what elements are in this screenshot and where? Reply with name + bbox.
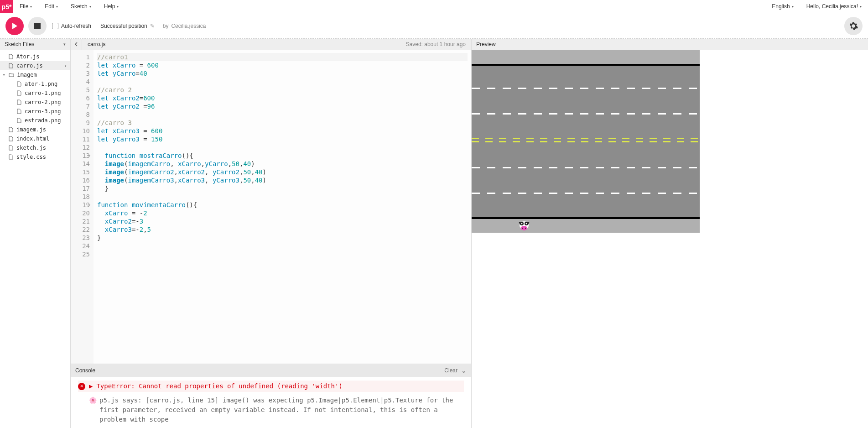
file-name: carro.js: [16, 63, 43, 69]
code-editor[interactable]: 12345678910111213▾141516171819▾202122232…: [71, 50, 471, 364]
code-line[interactable]: image(imagemCarro3,xCarro3, yCarro3,50,4…: [97, 176, 468, 184]
arrow-right-icon[interactable]: ▶: [89, 381, 93, 391]
console-clear-button[interactable]: Clear: [444, 367, 457, 374]
chevron-down-icon: ▾: [30, 5, 32, 9]
chevron-down-icon: ▾: [56, 5, 58, 9]
svg-point-1: [521, 226, 527, 230]
code-line[interactable]: image(imagemCarro2,xCarro2, yCarro2,50,4…: [97, 168, 468, 176]
line-number: 14: [71, 160, 90, 168]
chevron-down-icon[interactable]: ▾: [64, 64, 67, 68]
file-item[interactable]: ator-1.png: [0, 79, 70, 89]
line-number: 10: [71, 127, 90, 135]
fold-icon[interactable]: ▾: [88, 201, 91, 209]
settings-button[interactable]: [844, 17, 863, 35]
svg-point-4: [521, 223, 523, 224]
saved-status: Saved: about 1 hour ago: [400, 41, 471, 47]
file-item[interactable]: carro-2.png: [0, 98, 70, 107]
code-line[interactable]: //carro1: [97, 53, 468, 61]
file-item[interactable]: carro.js▾: [0, 61, 70, 70]
code-line[interactable]: [97, 193, 468, 201]
fold-icon[interactable]: ▾: [88, 151, 91, 160]
file-item[interactable]: style.css: [0, 152, 70, 162]
console-body[interactable]: ✕ ▶ TypeError: Cannot read properties of…: [71, 377, 471, 428]
file-item[interactable]: carro-3.png: [0, 107, 70, 116]
line-number: 1: [71, 53, 90, 61]
code-line[interactable]: }: [97, 184, 468, 193]
menu-edit[interactable]: Edit▾: [38, 0, 64, 13]
sidebar-title: Sketch Files: [5, 41, 34, 47]
p5-logo[interactable]: p5*: [0, 0, 13, 13]
code-line[interactable]: let yCarro2 =96: [97, 102, 468, 110]
line-number: 21: [71, 217, 90, 225]
code-line[interactable]: xCarro2=-3: [97, 217, 468, 225]
sketch-name[interactable]: Successful position: [100, 23, 147, 29]
file-icon: [16, 81, 22, 87]
file-item[interactable]: sketch.js: [0, 143, 70, 152]
code-line[interactable]: function movimentaCarro(){: [97, 201, 468, 209]
file-name: ator-1.png: [25, 81, 57, 87]
sketch-canvas[interactable]: [472, 50, 700, 233]
menu-file[interactable]: File▾: [13, 0, 38, 13]
code-line[interactable]: let xCarro = 600: [97, 61, 468, 69]
by-label: by: [163, 23, 169, 29]
lane-marking: [472, 88, 700, 89]
line-number: 13▾: [71, 151, 90, 160]
chevron-down-icon[interactable]: ▾: [63, 42, 66, 47]
sidebar-header: Sketch Files ▾: [0, 39, 70, 50]
code-line[interactable]: [97, 143, 468, 151]
file-icon: [16, 109, 22, 114]
editor-area: carro.js Saved: about 1 hour ago 1234567…: [71, 39, 471, 428]
play-button[interactable]: [5, 17, 24, 35]
code-line[interactable]: let yCarro3 = 150: [97, 135, 468, 143]
file-item[interactable]: Ator.js: [0, 52, 70, 61]
file-item[interactable]: carro-1.png: [0, 89, 70, 98]
chevron-down-icon: ▾: [860, 5, 862, 9]
menu-sketch[interactable]: Sketch▾: [64, 0, 98, 13]
menu-help[interactable]: Help▾: [98, 0, 125, 13]
code-line[interactable]: let yCarro=40: [97, 69, 468, 78]
code-line[interactable]: //carro 3: [97, 119, 468, 127]
code-line[interactable]: [97, 242, 468, 250]
code-line[interactable]: let xCarro2=600: [97, 94, 468, 102]
author-link[interactable]: Cecilia.jessica: [171, 23, 206, 29]
sidewalk-top: [472, 50, 700, 66]
line-number: 17: [71, 184, 90, 193]
file-item[interactable]: index.html: [0, 134, 70, 143]
checkbox-icon: [52, 23, 58, 29]
code-line[interactable]: //carro 2: [97, 86, 468, 94]
folder-item[interactable]: imagem: [0, 70, 70, 79]
preview-body: [472, 50, 868, 428]
file-name: imagem: [17, 72, 36, 78]
user-dropdown[interactable]: Hello, Cecilia.jessica!▾: [800, 0, 868, 13]
collapse-sidebar-button[interactable]: [71, 39, 82, 50]
language-dropdown[interactable]: English▾: [765, 0, 800, 13]
code-line[interactable]: image(imagemCarro, xCarro,yCarro,50,40): [97, 160, 468, 168]
file-item[interactable]: imagem.js: [0, 125, 70, 134]
play-icon: [11, 22, 18, 30]
main: Sketch Files ▾ Ator.jscarro.js▾imagemato…: [0, 39, 868, 428]
code-line[interactable]: }: [97, 234, 468, 242]
chevron-left-icon: [74, 42, 78, 47]
line-number: 15: [71, 168, 90, 176]
gutter: 12345678910111213▾141516171819▾202122232…: [71, 50, 94, 364]
code-line[interactable]: let xCarro3 = 600: [97, 127, 468, 135]
chevron-down-icon[interactable]: ⌄: [461, 367, 467, 374]
line-number: 20: [71, 209, 90, 217]
svg-point-7: [525, 228, 526, 229]
code-line[interactable]: xCarro = -2: [97, 209, 468, 217]
code-line[interactable]: function mostraCarro(){: [97, 151, 468, 160]
file-name: imagem.js: [16, 126, 46, 133]
code-content[interactable]: //carro1let xCarro = 600let yCarro=40 //…: [94, 50, 471, 364]
gear-icon: [848, 21, 858, 31]
pencil-icon[interactable]: ✎: [150, 23, 155, 29]
code-line[interactable]: [97, 78, 468, 86]
file-name: index.html: [16, 136, 49, 142]
auto-refresh-toggle[interactable]: Auto-refresh: [52, 23, 91, 29]
center-line: [472, 138, 700, 139]
file-item[interactable]: estrada.png: [0, 116, 70, 125]
code-line[interactable]: xCarro3=-2,5: [97, 225, 468, 234]
line-number: 5: [71, 86, 90, 94]
code-line[interactable]: [97, 250, 468, 258]
code-line[interactable]: [97, 110, 468, 119]
stop-button[interactable]: [28, 17, 47, 35]
